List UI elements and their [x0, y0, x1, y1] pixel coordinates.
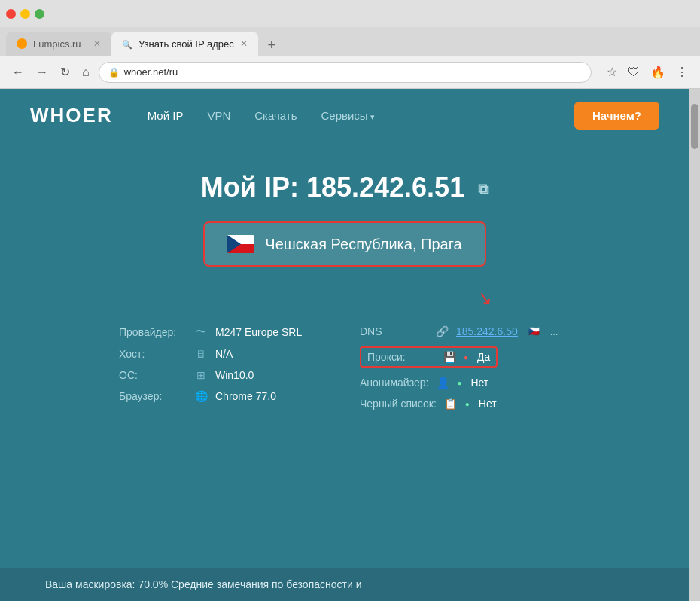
info-row-proxy: Прокси: 💾 ● Да: [360, 342, 571, 372]
nav-services[interactable]: Сервисы: [309, 103, 387, 128]
icon-dns: 🔗: [435, 325, 449, 337]
info-row-dns: DNS 🔗 185.242.6.50 🇨🇿 ...: [360, 321, 571, 342]
info-grid: Провайдер: 〜 M247 Europe SRL Хост: 🖥 N/A…: [119, 321, 571, 414]
value-provider: M247 Europe SRL: [215, 326, 302, 338]
red-arrow: ↘: [475, 286, 494, 310]
icon-provider: 〜: [194, 325, 208, 339]
label-dns: DNS: [360, 325, 428, 337]
dns-flag: 🇨🇿: [528, 326, 540, 337]
ip-title: Мой IP: 185.242.6.51 ⧉: [45, 172, 644, 203]
value-blacklist: Нет: [479, 398, 497, 410]
icon-blacklist: 📋: [444, 398, 458, 410]
info-row-blacklist: Черный список: 📋 ● Нет: [360, 393, 571, 414]
label-host: Хост:: [119, 348, 187, 360]
value-os: Win10.0: [215, 369, 254, 381]
icon-browser: 🌐: [194, 390, 208, 402]
tab-whoer[interactable]: Узнать свой IP адрес ✕: [111, 32, 258, 56]
tab-label-lumpics: Lumpics.ru: [33, 38, 81, 50]
new-tab-button[interactable]: +: [261, 35, 282, 56]
site-nav: WHOER Мой IP VPN Скачать Сервисы Начнем?: [0, 89, 689, 142]
toolbar-right: ☆ 🛡 🔥 ⋮: [604, 62, 691, 82]
location-text: Чешская Республика, Прага: [265, 236, 461, 253]
website: WHOER Мой IP VPN Скачать Сервисы Начнем?…: [0, 89, 689, 601]
location-box: Чешская Республика, Прага ↘: [203, 221, 485, 267]
label-browser: Браузер:: [119, 390, 187, 402]
shield-button[interactable]: 🛡: [625, 63, 643, 82]
reload-button[interactable]: ↻: [57, 62, 73, 82]
tab-close-lumpics[interactable]: ✕: [93, 38, 101, 49]
scrollbar[interactable]: [689, 89, 700, 601]
label-blacklist: Черный список:: [360, 398, 437, 410]
content-area: WHOER Мой IP VPN Скачать Сервисы Начнем?…: [0, 89, 700, 601]
label-os: ОС:: [119, 369, 187, 381]
scroll-thumb[interactable]: [691, 104, 698, 149]
info-row-os: ОС: ⊞ Win10.0: [119, 365, 330, 386]
home-button[interactable]: ⌂: [79, 63, 93, 82]
value-proxy: Да: [477, 351, 490, 363]
info-col-right: DNS 🔗 185.242.6.50 🇨🇿 ... Прокси: 💾 ● Да: [360, 321, 571, 414]
address-bar: ← → ↻ ⌂ 🔒 whoer.net/ru ☆ 🛡 🔥 ⋮: [0, 56, 700, 89]
anon-dot: ●: [457, 379, 461, 387]
value-browser: Chrome 77.0: [215, 390, 276, 402]
info-row-browser: Браузер: 🌐 Chrome 77.0: [119, 386, 330, 407]
tabs-bar: Lumpics.ru ✕ Узнать свой IP адрес ✕ +: [0, 27, 700, 56]
nav-my-ip[interactable]: Мой IP: [135, 103, 196, 128]
value-dns[interactable]: 185.242.6.50: [456, 325, 518, 337]
window-controls: [6, 9, 44, 19]
lock-icon: 🔒: [108, 67, 120, 78]
info-col-left: Провайдер: 〜 M247 Europe SRL Хост: 🖥 N/A…: [119, 321, 330, 414]
star-button[interactable]: ☆: [604, 62, 620, 82]
maximize-button[interactable]: [35, 9, 44, 19]
address-input[interactable]: 🔒 whoer.net/ru: [99, 62, 592, 83]
nav-download[interactable]: Скачать: [242, 103, 309, 128]
icon-host: 🖥: [194, 348, 208, 360]
label-provider: Провайдер:: [119, 326, 187, 338]
value-anon: Нет: [470, 377, 488, 389]
close-button[interactable]: [6, 9, 16, 19]
fire-button[interactable]: 🔥: [647, 62, 668, 82]
info-row-provider: Провайдер: 〜 M247 Europe SRL: [119, 321, 330, 343]
value-host: N/A: [215, 348, 233, 360]
nav-links: Мой IP VPN Скачать Сервисы: [135, 103, 387, 128]
site-main: Мой IP: 185.242.6.51 ⧉ Чешская Республик…: [0, 142, 689, 437]
copy-icon[interactable]: ⧉: [478, 181, 488, 197]
minimize-button[interactable]: [20, 9, 30, 19]
browser-chrome: Lumpics.ru ✕ Узнать свой IP адрес ✕ + ← …: [0, 0, 700, 89]
tab-lumpics[interactable]: Lumpics.ru ✕: [6, 32, 111, 56]
ip-label: Мой IP:: [201, 172, 299, 203]
czech-flag: [227, 235, 254, 253]
icon-proxy: 💾: [443, 351, 456, 363]
icon-os: ⊞: [194, 369, 208, 381]
label-proxy: Прокси:: [367, 351, 435, 363]
cta-button[interactable]: Начнем?: [574, 102, 659, 130]
forward-button[interactable]: →: [33, 63, 51, 82]
address-text: whoer.net/ru: [124, 66, 178, 78]
tab-favicon-whoer: [122, 38, 132, 49]
bottom-bar-text: Ваша маскировка: 70.0% Средние замечания…: [45, 578, 361, 590]
tab-favicon-lumpics: [17, 38, 27, 49]
title-bar: [0, 0, 700, 27]
proxy-dot: ●: [464, 353, 468, 362]
menu-button[interactable]: ⋮: [673, 62, 691, 82]
dns-more[interactable]: ...: [550, 326, 558, 337]
back-button[interactable]: ←: [9, 63, 27, 82]
label-anon: Анонимайзер:: [360, 377, 428, 389]
site-logo: WHOER: [30, 104, 113, 127]
nav-vpn[interactable]: VPN: [195, 103, 242, 128]
proxy-highlighted-box: Прокси: 💾 ● Да: [360, 346, 498, 368]
ip-address: 185.242.6.51: [306, 172, 464, 203]
tab-label-whoer: Узнать свой IP адрес: [138, 38, 234, 50]
tab-close-whoer[interactable]: ✕: [240, 38, 248, 49]
icon-anon: 👤: [436, 377, 449, 389]
info-row-anon: Анонимайзер: 👤 ● Нет: [360, 372, 571, 393]
bottom-bar: Ваша маскировка: 70.0% Средние замечания…: [0, 568, 689, 601]
info-row-host: Хост: 🖥 N/A: [119, 343, 330, 365]
blacklist-dot: ●: [465, 400, 470, 408]
